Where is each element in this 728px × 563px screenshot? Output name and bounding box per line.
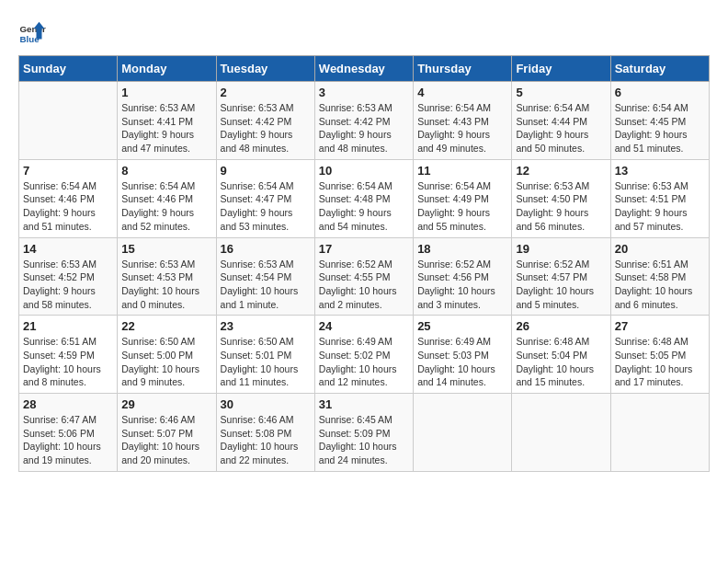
day-number: 30 [221, 397, 311, 411]
calendar-week-2: 7Sunrise: 6:54 AM Sunset: 4:46 PM Daylig… [19, 159, 710, 237]
day-number: 12 [516, 164, 606, 178]
logo: General Blue [18, 18, 51, 46]
day-number: 28 [23, 397, 113, 411]
day-info: Sunrise: 6:49 AM Sunset: 5:02 PM Dayligh… [319, 335, 409, 389]
day-header-friday: Friday [512, 56, 610, 82]
day-number: 17 [319, 242, 409, 256]
day-number: 21 [23, 319, 113, 333]
day-number: 13 [615, 164, 705, 178]
day-number: 6 [615, 86, 705, 99]
calendar-cell: 1Sunrise: 6:53 AM Sunset: 4:41 PM Daylig… [118, 82, 216, 160]
calendar-cell: 2Sunrise: 6:53 AM Sunset: 4:42 PM Daylig… [216, 82, 314, 160]
day-info: Sunrise: 6:53 AM Sunset: 4:42 PM Dayligh… [319, 101, 409, 155]
calendar-week-5: 28Sunrise: 6:47 AM Sunset: 5:06 PM Dayli… [19, 394, 710, 472]
day-info: Sunrise: 6:52 AM Sunset: 4:55 PM Dayligh… [319, 258, 409, 312]
calendar-cell: 13Sunrise: 6:53 AM Sunset: 4:51 PM Dayli… [610, 159, 709, 237]
day-number: 29 [121, 397, 211, 411]
day-number: 9 [221, 164, 311, 178]
day-info: Sunrise: 6:48 AM Sunset: 5:04 PM Dayligh… [516, 335, 606, 389]
page-header: General Blue [18, 18, 710, 46]
day-number: 1 [121, 86, 211, 99]
day-info: Sunrise: 6:53 AM Sunset: 4:54 PM Dayligh… [221, 258, 311, 312]
day-number: 22 [121, 319, 211, 333]
calendar-cell: 29Sunrise: 6:46 AM Sunset: 5:07 PM Dayli… [118, 394, 216, 472]
day-info: Sunrise: 6:54 AM Sunset: 4:44 PM Dayligh… [516, 101, 606, 155]
day-info: Sunrise: 6:53 AM Sunset: 4:42 PM Dayligh… [221, 101, 311, 155]
calendar-week-3: 14Sunrise: 6:53 AM Sunset: 4:52 PM Dayli… [19, 237, 710, 316]
calendar-cell: 31Sunrise: 6:45 AM Sunset: 5:09 PM Dayli… [314, 394, 413, 472]
day-number: 19 [516, 242, 606, 256]
day-info: Sunrise: 6:45 AM Sunset: 5:09 PM Dayligh… [319, 413, 409, 467]
day-info: Sunrise: 6:47 AM Sunset: 5:06 PM Dayligh… [23, 413, 113, 467]
day-info: Sunrise: 6:53 AM Sunset: 4:52 PM Dayligh… [23, 258, 113, 312]
calendar-cell: 22Sunrise: 6:50 AM Sunset: 5:00 PM Dayli… [118, 316, 216, 394]
day-info: Sunrise: 6:53 AM Sunset: 4:51 PM Dayligh… [615, 179, 705, 234]
day-header-saturday: Saturday [610, 56, 709, 82]
day-header-tuesday: Tuesday [216, 56, 314, 82]
calendar-cell: 6Sunrise: 6:54 AM Sunset: 4:45 PM Daylig… [610, 82, 709, 160]
day-info: Sunrise: 6:54 AM Sunset: 4:45 PM Dayligh… [615, 101, 705, 155]
day-header-monday: Monday [118, 56, 216, 82]
day-info: Sunrise: 6:49 AM Sunset: 5:03 PM Dayligh… [417, 335, 507, 389]
calendar-cell: 26Sunrise: 6:48 AM Sunset: 5:04 PM Dayli… [512, 316, 610, 394]
calendar-table: SundayMondayTuesdayWednesdayThursdayFrid… [18, 55, 710, 472]
day-number: 18 [417, 242, 507, 256]
calendar-cell: 10Sunrise: 6:54 AM Sunset: 4:48 PM Dayli… [314, 159, 413, 237]
calendar-cell: 3Sunrise: 6:53 AM Sunset: 4:42 PM Daylig… [314, 82, 413, 160]
day-number: 8 [121, 164, 211, 178]
day-number: 25 [417, 319, 507, 333]
day-number: 10 [319, 164, 409, 178]
day-number: 14 [23, 242, 113, 256]
day-number: 27 [615, 319, 705, 333]
calendar-cell: 14Sunrise: 6:53 AM Sunset: 4:52 PM Dayli… [19, 237, 118, 316]
calendar-cell: 18Sunrise: 6:52 AM Sunset: 4:56 PM Dayli… [414, 237, 512, 316]
calendar-cell: 15Sunrise: 6:53 AM Sunset: 4:53 PM Dayli… [118, 237, 216, 316]
calendar-cell: 8Sunrise: 6:54 AM Sunset: 4:46 PM Daylig… [118, 159, 216, 237]
day-info: Sunrise: 6:54 AM Sunset: 4:47 PM Dayligh… [221, 179, 311, 234]
calendar-cell: 28Sunrise: 6:47 AM Sunset: 5:06 PM Dayli… [19, 394, 118, 472]
calendar-cell: 9Sunrise: 6:54 AM Sunset: 4:47 PM Daylig… [216, 159, 314, 237]
calendar-cell: 21Sunrise: 6:51 AM Sunset: 4:59 PM Dayli… [19, 316, 118, 394]
calendar-cell: 25Sunrise: 6:49 AM Sunset: 5:03 PM Dayli… [414, 316, 512, 394]
day-info: Sunrise: 6:54 AM Sunset: 4:46 PM Dayligh… [23, 179, 113, 234]
day-number: 7 [23, 164, 113, 178]
day-info: Sunrise: 6:52 AM Sunset: 4:57 PM Dayligh… [516, 258, 606, 312]
day-info: Sunrise: 6:46 AM Sunset: 5:07 PM Dayligh… [121, 413, 211, 467]
calendar-cell: 4Sunrise: 6:54 AM Sunset: 4:43 PM Daylig… [414, 82, 512, 160]
day-number: 4 [417, 86, 507, 99]
day-info: Sunrise: 6:54 AM Sunset: 4:46 PM Dayligh… [121, 179, 211, 234]
day-number: 23 [221, 319, 311, 333]
day-number: 20 [615, 242, 705, 256]
calendar-cell: 5Sunrise: 6:54 AM Sunset: 4:44 PM Daylig… [512, 82, 610, 160]
calendar-cell: 17Sunrise: 6:52 AM Sunset: 4:55 PM Dayli… [314, 237, 413, 316]
day-number: 3 [319, 86, 409, 99]
calendar-cell [19, 82, 118, 160]
calendar-cell: 24Sunrise: 6:49 AM Sunset: 5:02 PM Dayli… [314, 316, 413, 394]
calendar-cell [414, 394, 512, 472]
day-header-thursday: Thursday [414, 56, 512, 82]
day-info: Sunrise: 6:53 AM Sunset: 4:53 PM Dayligh… [121, 258, 211, 312]
day-info: Sunrise: 6:54 AM Sunset: 4:48 PM Dayligh… [319, 179, 409, 234]
day-number: 16 [221, 242, 311, 256]
day-info: Sunrise: 6:50 AM Sunset: 5:00 PM Dayligh… [121, 335, 211, 389]
day-info: Sunrise: 6:54 AM Sunset: 4:49 PM Dayligh… [417, 179, 507, 234]
calendar-cell: 12Sunrise: 6:53 AM Sunset: 4:50 PM Dayli… [512, 159, 610, 237]
day-info: Sunrise: 6:54 AM Sunset: 4:43 PM Dayligh… [417, 101, 507, 155]
calendar-cell: 27Sunrise: 6:48 AM Sunset: 5:05 PM Dayli… [610, 316, 709, 394]
calendar-cell [512, 394, 610, 472]
calendar-week-1: 1Sunrise: 6:53 AM Sunset: 4:41 PM Daylig… [19, 82, 710, 160]
calendar-cell: 19Sunrise: 6:52 AM Sunset: 4:57 PM Dayli… [512, 237, 610, 316]
day-info: Sunrise: 6:53 AM Sunset: 4:50 PM Dayligh… [516, 179, 606, 234]
calendar-week-4: 21Sunrise: 6:51 AM Sunset: 4:59 PM Dayli… [19, 316, 710, 394]
day-info: Sunrise: 6:48 AM Sunset: 5:05 PM Dayligh… [615, 335, 705, 389]
day-info: Sunrise: 6:50 AM Sunset: 5:01 PM Dayligh… [221, 335, 311, 389]
calendar-cell: 16Sunrise: 6:53 AM Sunset: 4:54 PM Dayli… [216, 237, 314, 316]
calendar-header-row: SundayMondayTuesdayWednesdayThursdayFrid… [19, 56, 710, 82]
calendar-cell: 23Sunrise: 6:50 AM Sunset: 5:01 PM Dayli… [216, 316, 314, 394]
day-number: 26 [516, 319, 606, 333]
day-number: 2 [221, 86, 311, 99]
day-number: 5 [516, 86, 606, 99]
calendar-cell: 20Sunrise: 6:51 AM Sunset: 4:58 PM Dayli… [610, 237, 709, 316]
calendar-cell: 7Sunrise: 6:54 AM Sunset: 4:46 PM Daylig… [19, 159, 118, 237]
day-info: Sunrise: 6:52 AM Sunset: 4:56 PM Dayligh… [417, 258, 507, 312]
